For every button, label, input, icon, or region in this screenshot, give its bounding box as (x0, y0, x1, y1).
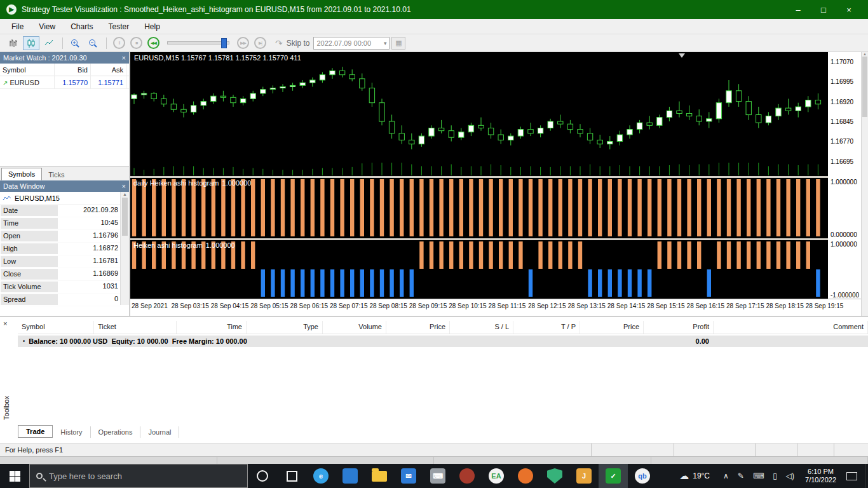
mail-icon[interactable]: ✉ (394, 464, 423, 488)
date-dropdown-arrow-icon[interactable]: ▾ (384, 40, 387, 46)
title-bar: ▶ Strategy Tester Visualization : Smooth… (0, 0, 868, 19)
market-watch-row[interactable]: ↗EURUSD1.157701.15771 (0, 76, 129, 89)
volume-icon[interactable]: ◁) (786, 471, 794, 480)
chart-scrollbar[interactable]: ▲ (861, 52, 868, 316)
speed-slider[interactable] (167, 41, 229, 44)
zoom-in-button[interactable] (67, 36, 83, 50)
indicator-name: daily Heiken ashi histogram (133, 179, 219, 187)
toolbox-col-price-8[interactable]: Price (580, 321, 644, 334)
daily-histogram-chart[interactable] (130, 178, 828, 238)
field-label: High (0, 243, 58, 255)
store-icon[interactable] (336, 464, 365, 488)
app-icon-j[interactable]: J (569, 464, 599, 488)
tab-ticks[interactable]: Ticks (42, 169, 71, 180)
task-view-icon[interactable] (277, 464, 306, 488)
show-desktop-button[interactable] (865, 464, 868, 488)
strategy-tester-icon[interactable]: ✓ (599, 464, 628, 488)
file-explorer-icon[interactable] (365, 464, 394, 488)
mw-col-symbol[interactable]: Symbol (0, 64, 55, 76)
cloud-icon: ☁ (679, 470, 689, 482)
market-watch-columns: SymbolBidAsk (0, 64, 129, 76)
action-center-icon[interactable] (846, 472, 857, 480)
time-axis[interactable]: 28 Sep 202128 Sep 03:1528 Sep 04:1528 Se… (130, 299, 861, 316)
toolbox-close-button[interactable]: × (3, 320, 7, 327)
faster-button[interactable]: ▶▶ (237, 37, 249, 49)
security-shield-icon[interactable] (540, 464, 569, 488)
line-chart-button[interactable] (41, 36, 57, 50)
edge-icon[interactable]: e (306, 464, 336, 488)
toolbox-col-comment-10[interactable]: Comment (714, 321, 868, 334)
toolbox-col-ticket-1[interactable]: Ticket (94, 321, 177, 334)
minimize-button[interactable]: – (785, 5, 811, 15)
keyboard-app-icon[interactable]: ⌨ (423, 464, 452, 488)
skip-to-end-button[interactable]: ▶| (254, 37, 266, 49)
clock[interactable]: 6:10 PM 7/10/2022 (805, 468, 836, 484)
bar-chart-button[interactable] (5, 36, 22, 50)
app-icon-red[interactable] (452, 464, 482, 488)
search-input[interactable] (49, 471, 220, 481)
cortana-icon[interactable] (248, 464, 277, 488)
indicator-window-daily[interactable]: daily Heiken ashi histogram1.000000 (130, 178, 828, 238)
battery-icon[interactable]: ▯ (773, 471, 777, 480)
start-button[interactable] (0, 464, 29, 488)
menu-help[interactable]: Help (137, 20, 168, 33)
touch-keyboard-icon[interactable]: ⌨ (753, 471, 764, 480)
tab-operations[interactable]: Operations (91, 426, 141, 438)
status-pane (591, 444, 674, 456)
pause-button[interactable]: ‖ (113, 37, 125, 49)
scrollbar-thumb[interactable] (122, 198, 128, 236)
toolbox-col-tp-7[interactable]: T / P (513, 321, 580, 334)
toolbox-col-time-2[interactable]: Time (177, 321, 247, 334)
scrollbar-thumb[interactable] (862, 57, 867, 117)
taskbar-search[interactable] (29, 464, 248, 488)
time-label: 28 Sep 12:15 (528, 302, 566, 309)
mw-col-bid[interactable]: Bid (55, 64, 91, 76)
toolbox-tabs: TradeHistoryOperationsJournal (18, 425, 179, 438)
toolbar-separator (106, 37, 107, 49)
tray-chevron-icon[interactable]: ∧ (723, 471, 729, 480)
toolbox-col-price-5[interactable]: Price (386, 321, 450, 334)
slower-button[interactable]: ◀◀ (147, 37, 159, 49)
calendar-button[interactable]: ▦ (391, 37, 405, 50)
price-axis[interactable]: 1.000000 0.000000 1.000000 -1.000000 1.1… (828, 52, 861, 299)
balance-row[interactable]: • Balance: 10 000.00 USD Equity: 10 000.… (18, 336, 868, 347)
stop-button[interactable]: ■ (130, 37, 142, 49)
mw-col-ask[interactable]: Ask (91, 64, 126, 76)
toolbox-col-symbol-0[interactable]: Symbol (18, 321, 94, 334)
close-button[interactable]: × (836, 5, 862, 15)
maximize-button[interactable]: □ (811, 5, 836, 15)
candlestick-chart[interactable] (130, 52, 828, 176)
qbittorrent-icon[interactable]: qb (628, 464, 657, 488)
price-label: 1.16845 (831, 118, 853, 125)
main-chart-window[interactable]: EURUSD,M15 1.15767 1.15781 1.15752 1.157… (130, 52, 828, 176)
toolbox-col-type-3[interactable]: Type (247, 321, 323, 334)
speed-slider-thumb[interactable] (221, 38, 227, 48)
toolbox-col-volume-4[interactable]: Volume (323, 321, 386, 334)
data-window-scrollbar[interactable]: ▲ (120, 192, 129, 305)
toolbox-col-sl-6[interactable]: S / L (450, 321, 513, 334)
time-label: 28 Sep 05:15 (250, 302, 288, 309)
candlestick-chart-button[interactable] (23, 36, 39, 50)
temperature-label: 19°C (693, 471, 710, 480)
tab-journal[interactable]: Journal (140, 426, 179, 438)
skip-arrow-icon: ↷ (275, 38, 283, 48)
time-label: 28 Sep 15:15 (647, 302, 685, 309)
ea-app-icon[interactable]: EA (482, 464, 511, 488)
skip-to-date-input[interactable]: 2022.07.09 00:00 ▾ (313, 37, 390, 50)
indicator-window-heiken[interactable]: Heiken ashi histogram1.000000 (130, 240, 828, 299)
zoom-out-button[interactable] (85, 36, 101, 50)
field-label: Close (0, 268, 58, 280)
tab-trade[interactable]: Trade (18, 425, 53, 438)
firefox-icon[interactable] (511, 464, 540, 488)
toolbox-col-profit-9[interactable]: Profit (644, 321, 714, 334)
menu-tester[interactable]: Tester (100, 20, 137, 33)
tab-history[interactable]: History (53, 426, 90, 438)
weather-widget[interactable]: ☁ 19°C (679, 470, 710, 482)
pen-icon[interactable]: ✎ (738, 471, 744, 480)
menu-charts[interactable]: Charts (63, 20, 100, 33)
data-window-close-icon[interactable]: × (122, 182, 126, 190)
tab-symbols[interactable]: Symbols (1, 168, 42, 180)
market-watch-close-icon[interactable]: × (122, 54, 126, 62)
menu-file[interactable]: File (4, 20, 31, 33)
menu-view[interactable]: View (31, 20, 63, 33)
